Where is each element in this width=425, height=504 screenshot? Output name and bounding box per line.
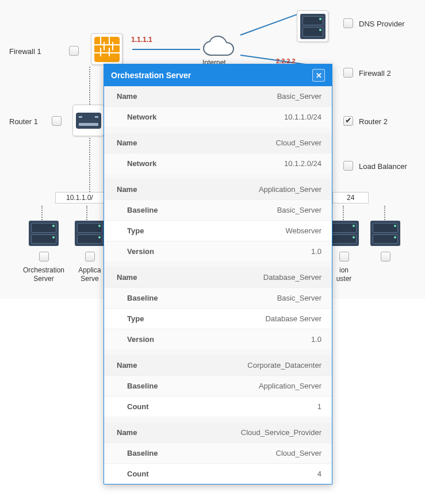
connector-dotted: [89, 138, 90, 192]
router1-label: Router 1: [9, 117, 38, 126]
server-icon: [370, 221, 400, 246]
property-row: NameApplication_Server: [104, 179, 332, 199]
property-row: TypeWebserver: [104, 220, 332, 241]
connector-dotted: [343, 206, 344, 222]
property-row: TypeDatabase Server: [104, 308, 332, 329]
node-extra-checkbox[interactable]: [381, 252, 390, 261]
property-key: Baseline: [117, 449, 158, 457]
property-key: Count: [117, 470, 149, 478]
node-application[interactable]: Applica Serve: [72, 221, 107, 283]
property-key: Version: [117, 247, 154, 256]
dns-checkbox[interactable]: [343, 18, 353, 28]
property-group: NameDatabase_ServerBaselineBasic_ServerT…: [104, 267, 332, 355]
router1-checkbox[interactable]: [52, 116, 62, 126]
property-group: NameCloud_Service_ProviderBaselineCloud_…: [104, 422, 332, 484]
property-value: 1.0: [311, 247, 321, 256]
property-key: Network: [117, 159, 156, 168]
property-value: Cloud_Server: [276, 449, 322, 457]
property-row: Count4: [104, 463, 332, 484]
property-key: Name: [117, 273, 137, 282]
property-row: Network10.1.2.0/24: [104, 153, 332, 174]
router2-checkbox[interactable]: [343, 116, 353, 126]
property-value: 10.1.2.0/24: [284, 159, 321, 168]
property-value: Database Server: [265, 314, 321, 323]
property-key: Type: [117, 314, 144, 323]
router1-device[interactable]: [72, 105, 104, 136]
property-row: BaselineBasic_Server: [104, 199, 332, 220]
server-icon: [29, 221, 59, 246]
connector-dotted: [384, 206, 385, 222]
node-extra[interactable]: [368, 221, 403, 261]
property-key: Baseline: [117, 382, 158, 390]
firewall2-checkbox[interactable]: [343, 68, 353, 78]
router2-label: Router 2: [359, 117, 388, 126]
dns-device[interactable]: [297, 10, 328, 42]
property-row: Version1.0: [104, 241, 332, 261]
property-key: Name: [117, 185, 137, 194]
property-row: NameCorporate_Datacenter: [104, 355, 332, 375]
connector-dotted: [86, 206, 87, 222]
server-icon: [300, 14, 326, 39]
property-key: Name: [117, 138, 137, 147]
property-key: Baseline: [117, 294, 158, 302]
property-row: BaselineCloud_Server: [104, 443, 332, 463]
property-value: Corporate_Datacenter: [247, 361, 321, 370]
property-row: NameCloud_Service_Provider: [104, 422, 332, 443]
property-row: BaselineApplication_Server: [104, 375, 332, 396]
property-row: NameDatabase_Server: [104, 267, 332, 287]
property-row: Version1.0: [104, 329, 332, 349]
modal-body: NameBasic_ServerNetwork10.1.1.0/24NameCl…: [104, 86, 332, 484]
connector-dotted: [89, 67, 90, 105]
property-row: NameBasic_Server: [104, 86, 332, 106]
property-value: Basic_Server: [277, 92, 321, 101]
orchestration-modal: Orchestration Server ✕ NameBasic_ServerN…: [104, 64, 332, 484]
property-value: 10.1.1.0/24: [284, 113, 321, 121]
node-application-checkbox[interactable]: [85, 252, 95, 261]
property-value: Application_Server: [259, 382, 321, 390]
router-icon: [76, 113, 101, 129]
loadbalancer-checkbox[interactable]: [343, 161, 353, 171]
close-icon: ✕: [316, 71, 322, 80]
server-icon: [75, 221, 105, 246]
node-ion-checkbox[interactable]: [339, 252, 349, 261]
firewall1-label: Firewall 1: [9, 47, 41, 56]
property-value: Cloud_Service_Provider: [241, 428, 321, 437]
property-value: 1: [317, 402, 321, 411]
property-key: Network: [117, 113, 156, 121]
property-group: NameApplication_ServerBaselineBasic_Serv…: [104, 179, 332, 267]
firewall1-device[interactable]: [91, 33, 122, 65]
node-label: Applica Serve: [72, 266, 107, 283]
modal-header[interactable]: Orchestration Server ✕: [104, 64, 332, 86]
property-key: Count: [117, 402, 149, 411]
net1-label: 10.1.1.0/: [55, 192, 104, 203]
property-group: NameCorporate_DatacenterBaselineApplicat…: [104, 355, 332, 422]
property-group: NameBasic_ServerNetwork10.1.1.0/24: [104, 86, 332, 133]
property-value: Basic_Server: [277, 294, 321, 302]
cloud-icon: [200, 36, 240, 61]
net2-label: 24: [332, 192, 369, 203]
node-orchestration-checkbox[interactable]: [39, 252, 49, 261]
property-value: Basic_Server: [277, 206, 321, 214]
property-key: Baseline: [117, 206, 158, 214]
property-value: Webserver: [285, 226, 321, 235]
connector-dotted: [41, 206, 43, 222]
property-value: Cloud_Server: [276, 138, 322, 147]
property-row: Count1: [104, 396, 332, 417]
node-orchestration[interactable]: Orchestration Server: [26, 221, 61, 283]
property-value: 1.0: [311, 335, 321, 344]
property-key: Name: [117, 361, 137, 370]
close-button[interactable]: ✕: [312, 69, 325, 82]
property-key: Name: [117, 428, 137, 437]
property-key: Type: [117, 226, 144, 235]
property-value: Database_Server: [263, 273, 321, 282]
property-key: Version: [117, 335, 154, 344]
property-value: 4: [317, 470, 321, 478]
modal-title: Orchestration Server: [111, 71, 191, 80]
firewall1-checkbox[interactable]: [69, 46, 79, 56]
connector-line: [240, 13, 300, 36]
property-row: BaselineBasic_Server: [104, 287, 332, 308]
connector-line: [132, 49, 200, 50]
dns-label: DNS Provider: [359, 20, 404, 28]
property-row: Network10.1.1.0/24: [104, 106, 332, 127]
ip1-label: 1.1.1.1: [131, 36, 152, 44]
